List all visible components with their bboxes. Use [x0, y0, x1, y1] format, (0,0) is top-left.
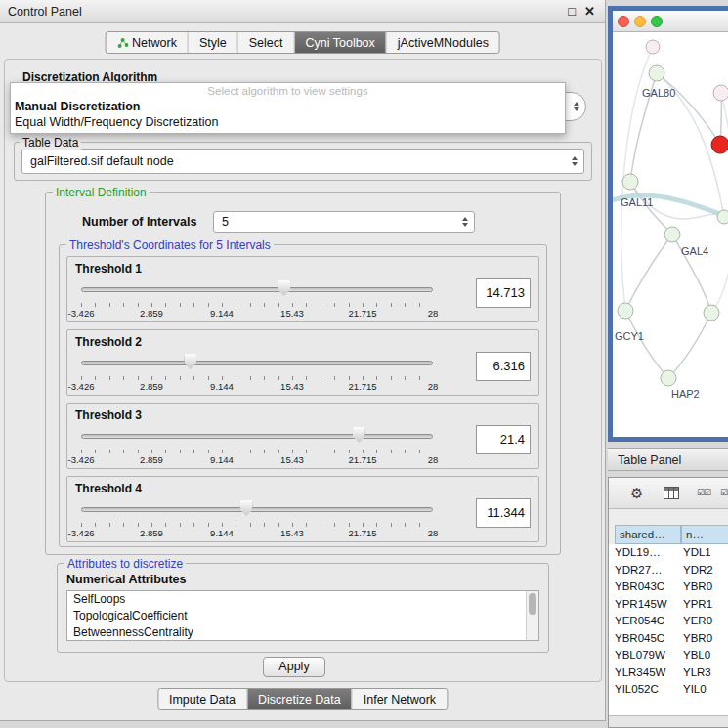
threshold-slider[interactable]: -3.426 2.859 9.144 15.43 21.715 28 [81, 280, 433, 320]
cell-shared-name[interactable]: YPR145W [615, 596, 679, 613]
tab-network[interactable]: Network [106, 32, 188, 53]
cell-name[interactable]: YPR1 [683, 596, 728, 613]
control-panel-window: Control Panel □ ✕ Network Style Select C… [0, 0, 606, 721]
slider-thumb[interactable] [353, 427, 365, 443]
network-node[interactable] [622, 174, 638, 190]
tab-label: Style [199, 32, 227, 54]
table-row[interactable]: YDR27… YDR2 [609, 562, 728, 579]
threshold-value-field[interactable]: 21.4 [476, 425, 531, 454]
network-node[interactable] [664, 227, 680, 242]
cell-shared-name[interactable]: YLR345W [615, 664, 679, 681]
select-all-icon[interactable]: ☑☑ [697, 488, 710, 497]
cell-name[interactable]: YDR2 [683, 562, 728, 578]
network-node-selected[interactable] [711, 136, 728, 153]
scale-label: 15.43 [280, 528, 304, 538]
tab-jactivemnodules[interactable]: jActiveMNodules [386, 32, 499, 53]
table-data-combo-value: galFiltered.sif default node [30, 154, 174, 168]
minimize-traffic-light-icon[interactable] [634, 16, 646, 27]
table-data-combobox[interactable]: galFiltered.sif default node [21, 149, 584, 174]
table-row[interactable]: YDL19… YDL1 [609, 544, 728, 562]
table-row[interactable]: YPR145W YPR1 [609, 596, 728, 614]
list-scrollbar[interactable] [526, 591, 538, 640]
threshold-label: Threshold 4 [75, 482, 142, 495]
table-row[interactable]: YBR043C YBR0 [609, 578, 728, 596]
list-item[interactable]: BetweennessCentrality [67, 624, 538, 641]
cell-name[interactable]: YLR3 [683, 664, 728, 681]
slider-track[interactable] [81, 287, 433, 292]
network-canvas[interactable]: GAL80 GAL11 GAL4 GCY1 HAP2 GA H [613, 32, 728, 437]
cell-name[interactable]: YBR0 [683, 630, 728, 647]
network-node[interactable] [661, 370, 676, 386]
horizontal-scrollbar[interactable] [609, 715, 728, 727]
slider-track[interactable] [81, 507, 433, 512]
dropdown-option-equal-width[interactable]: Equal Width/Frequency Discretization [11, 114, 565, 130]
select-mode-icon[interactable]: ☑☑ [720, 488, 728, 497]
float-window-icon[interactable]: □ [568, 4, 576, 19]
threshold-value-field[interactable]: 6.316 [476, 352, 531, 381]
column-header-name[interactable]: n… [681, 525, 728, 544]
tab-label: Select [249, 32, 283, 54]
network-node[interactable] [704, 305, 719, 321]
tab-select[interactable]: Select [237, 32, 294, 53]
cell-name[interactable]: YBL0 [683, 647, 728, 664]
network-node[interactable] [649, 65, 664, 81]
threshold-slider[interactable]: -3.426 2.859 9.144 15.43 21.715 28 [81, 427, 433, 466]
scrollbar-thumb[interactable] [529, 593, 536, 615]
network-node[interactable] [618, 303, 633, 319]
cell-shared-name[interactable]: YBR045C [615, 630, 679, 647]
network-node[interactable] [713, 85, 728, 101]
column-header-shared-name[interactable]: shared… [615, 525, 681, 544]
cell-shared-name[interactable]: YIL052C [615, 681, 679, 698]
tab-infer-network[interactable]: Infer Network [352, 689, 447, 709]
table-row[interactable]: YBL079W YBL0 [609, 647, 728, 664]
dropdown-option-manual-discretization[interactable]: Manual Discretization [11, 99, 565, 114]
cell-name[interactable]: YER0 [683, 613, 728, 629]
cell-shared-name[interactable]: YDR27… [615, 562, 679, 578]
threshold-value-field[interactable]: 14.713 [476, 278, 531, 308]
table-row[interactable]: YBR045C YBR0 [609, 630, 728, 648]
slider-thumb[interactable] [240, 500, 253, 516]
cell-shared-name[interactable]: YBL079W [615, 647, 679, 664]
threshold-slider[interactable]: -3.426 2.859 9.144 15.43 21.715 28 [81, 500, 433, 539]
scale-label: 9.144 [210, 454, 234, 465]
number-of-intervals-combobox[interactable]: 5 [213, 211, 475, 233]
table-row[interactable]: YER054C YER0 [609, 613, 728, 630]
list-item[interactable]: TopologicalCoefficient [67, 608, 538, 624]
tab-label: Infer Network [364, 689, 436, 710]
cell-name[interactable]: YDL1 [683, 544, 728, 561]
slider-track[interactable] [81, 434, 433, 439]
slider-thumb[interactable] [184, 354, 196, 369]
close-icon[interactable]: ✕ [584, 4, 595, 19]
columns-icon[interactable] [664, 487, 679, 499]
cell-shared-name[interactable]: YER054C [615, 613, 679, 629]
list-item[interactable]: SelfLoops [67, 591, 538, 608]
threshold-slider[interactable]: -3.426 2.859 9.144 15.43 21.715 28 [81, 354, 433, 393]
table-toolbar: ⚙ ☑☑ ☑☑ [609, 478, 728, 509]
cell-shared-name[interactable]: YDL19… [615, 544, 679, 561]
cell-name[interactable]: YIL0 [683, 681, 728, 698]
apply-button[interactable]: Apply [263, 657, 325, 677]
node-label: GAL4 [681, 245, 708, 257]
window-title: Control Panel [8, 5, 82, 19]
tab-discretize-data[interactable]: Discretize Data [246, 689, 352, 709]
threshold-value-field[interactable]: 11.344 [476, 498, 531, 528]
gear-icon[interactable]: ⚙ [630, 485, 643, 502]
network-node[interactable] [717, 210, 728, 224]
scale-label: 21.715 [348, 381, 376, 392]
table-row[interactable]: YIL052C YIL0 [609, 681, 728, 699]
scale-label: -3.426 [68, 308, 95, 319]
table-row[interactable]: YLR345W YLR3 [609, 664, 728, 682]
tab-label: Network [132, 32, 177, 54]
network-node[interactable] [646, 40, 660, 54]
slider-thumb[interactable] [278, 280, 290, 296]
close-traffic-light-icon[interactable] [618, 16, 629, 27]
tab-cyni-toolbox[interactable]: Cyni Toolbox [293, 32, 385, 53]
slider-track[interactable] [81, 361, 433, 365]
interval-definition-label: Interval Definition [53, 186, 150, 199]
tab-style[interactable]: Style [188, 32, 237, 53]
cell-name[interactable]: YBR0 [683, 578, 728, 595]
tab-impute-data[interactable]: Impute Data [158, 689, 246, 709]
zoom-traffic-light-icon[interactable] [651, 16, 663, 27]
scale-label: 2.859 [140, 528, 163, 538]
cell-shared-name[interactable]: YBR043C [615, 578, 679, 595]
